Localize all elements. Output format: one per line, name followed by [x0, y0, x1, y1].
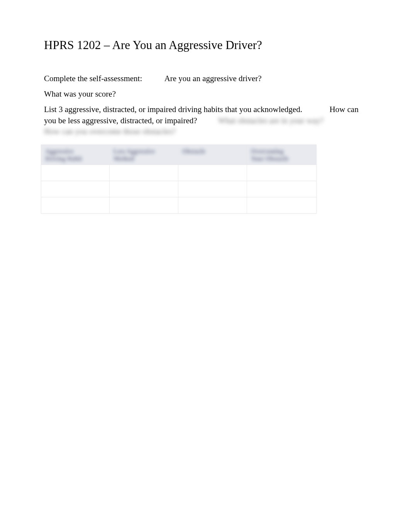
table-cell[interactable] [178, 165, 247, 181]
table-header-label: Aggressive Driving Habit [45, 148, 105, 162]
table-header-cell: Aggressive Driving Habit [41, 144, 110, 165]
document-page: HPRS 1202 – Are You an Aggressive Driver… [0, 0, 410, 214]
table-cell[interactable] [41, 165, 110, 181]
table-cell[interactable] [247, 165, 317, 181]
assessment-table: Aggressive Driving Habit Less Aggressive… [41, 144, 317, 214]
table-cell[interactable] [41, 181, 110, 197]
assessment-table-wrap: Aggressive Driving Habit Less Aggressive… [44, 144, 366, 214]
assessment-value: Are you an aggressive driver? [164, 74, 262, 83]
table-cell[interactable] [247, 197, 317, 214]
table-cell[interactable] [178, 181, 247, 197]
table-header-label: Obstacle [182, 148, 243, 155]
table-cell[interactable] [110, 181, 178, 197]
table-cell[interactable] [41, 197, 110, 214]
table-cell[interactable] [110, 165, 178, 181]
table-cell[interactable] [178, 197, 247, 214]
assessment-line: Complete the self-assessment: Are you an… [44, 73, 366, 84]
table-row [41, 197, 317, 214]
score-prompt: What was your score? [44, 88, 366, 99]
table-header-row: Aggressive Driving Habit Less Aggressive… [41, 144, 317, 165]
instructions-part1: List 3 aggressive, distracted, or impair… [44, 105, 302, 114]
table-row [41, 165, 317, 181]
instructions-paragraph: List 3 aggressive, distracted, or impair… [44, 104, 366, 137]
instructions-hidden-1: What obstacles are in your way? [218, 116, 324, 125]
table-cell[interactable] [110, 197, 178, 214]
table-header-label: Less Aggressive Method [114, 148, 174, 162]
table-header-cell: Less Aggressive Method [110, 144, 178, 165]
table-header-cell: Obstacle [178, 144, 247, 165]
table-header-label: Overcoming Your Obstacle [251, 148, 312, 162]
table-row [41, 181, 317, 197]
instructions-hidden-2: How can you overcome those obstacles? [44, 127, 176, 136]
page-title: HPRS 1202 – Are You an Aggressive Driver… [44, 38, 366, 53]
assessment-label: Complete the self-assessment: [44, 73, 142, 84]
table-cell[interactable] [247, 181, 317, 197]
table-header-cell: Overcoming Your Obstacle [247, 144, 317, 165]
